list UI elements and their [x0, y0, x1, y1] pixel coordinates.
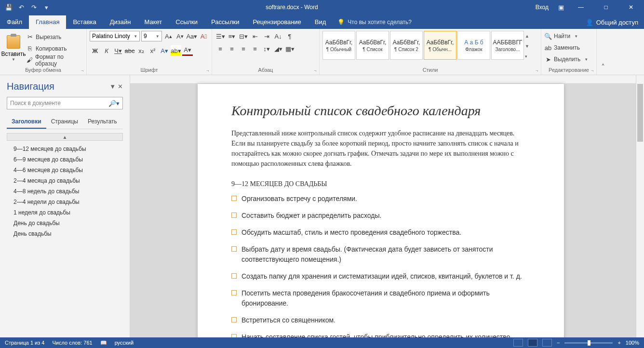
tab-view[interactable]: Вид [308, 15, 333, 29]
tab-references[interactable]: Ссылки [169, 15, 204, 29]
style-item[interactable]: АаБбВвГг,¶ Список [356, 31, 389, 60]
format-painter-button[interactable]: 🖌Формат по образцу [26, 55, 83, 66]
ribbon-display-icon[interactable]: ▣ [555, 1, 567, 13]
nav-heading-item[interactable]: 2—4 месяца до свадьбы [0, 175, 130, 186]
nav-dropdown-icon[interactable]: ▼ [109, 83, 116, 90]
bullets-button[interactable]: ☰▾ [215, 31, 226, 41]
style-item[interactable]: А а Б бФлажок [457, 31, 490, 60]
nav-close-icon[interactable]: ✕ [118, 83, 123, 90]
styles-more-button[interactable]: ▲▼▾ [525, 31, 533, 62]
shading-button[interactable]: ◢▾ [273, 43, 283, 54]
checkbox-icon[interactable] [231, 229, 237, 235]
clear-format-button[interactable]: A⃠ [199, 31, 209, 41]
checkbox-icon[interactable] [231, 213, 237, 218]
tab-file[interactable]: Файл [0, 15, 29, 29]
strike-button[interactable]: abc [124, 45, 135, 56]
tab-review[interactable]: Рецензирование [246, 15, 308, 29]
sort-button[interactable]: A↓ [273, 31, 283, 41]
nav-heading-item[interactable]: 1 неделя до свадьбы [0, 207, 130, 218]
find-button[interactable]: 🔍Найти▼ [544, 31, 593, 41]
nav-tab-headings[interactable]: Заголовки [7, 115, 46, 129]
close-button[interactable]: ✕ [620, 0, 642, 14]
align-left-button[interactable]: ≡ [215, 43, 226, 54]
nav-search-input[interactable]: Поиск в документе 🔎▾ [7, 97, 123, 109]
tab-home[interactable]: Главная [29, 15, 66, 29]
subscript-button[interactable]: x₂ [136, 45, 147, 56]
style-item[interactable]: АаБбВвГг,¶ Список 2 [390, 31, 423, 60]
page[interactable]: Контрольный список свадебного календаря … [198, 84, 564, 337]
nav-heading-item[interactable]: 6—9 месяцев до свадьбы [0, 154, 130, 165]
bold-button[interactable]: Ж [90, 45, 100, 56]
indent-increase-button[interactable]: ⇥ [261, 31, 272, 41]
align-center-button[interactable]: ≡ [227, 43, 237, 54]
multilevel-button[interactable]: ⊟▾ [238, 31, 249, 41]
nav-jump-top-button[interactable]: ▲ [7, 133, 123, 141]
page-status[interactable]: Страница 1 из 4 [5, 340, 44, 346]
nav-heading-item[interactable]: 2—4 недели до свадьбы [0, 197, 130, 207]
login-button[interactable]: Вход [532, 4, 552, 11]
checkbox-icon[interactable] [231, 290, 237, 295]
ruler[interactable] [130, 75, 644, 84]
shrink-font-button[interactable]: A▾ [175, 31, 185, 41]
replace-button[interactable]: abЗаменить [544, 42, 593, 53]
zoom-in-button[interactable]: + [617, 340, 620, 346]
save-icon[interactable]: 💾 [3, 1, 14, 13]
copy-button[interactable]: ⎘Копировать [26, 43, 83, 54]
read-mode-button[interactable] [513, 339, 523, 347]
select-button[interactable]: ➤Выделить▼ [544, 54, 593, 65]
vertical-scrollbar[interactable] [636, 75, 644, 337]
paste-button[interactable]: Вставить ▼ [3, 32, 24, 66]
web-layout-button[interactable] [542, 339, 552, 347]
nav-tab-results[interactable]: Результаты [83, 115, 117, 129]
line-spacing-button[interactable]: ↕▾ [261, 43, 272, 54]
superscript-button[interactable]: x² [148, 45, 158, 56]
tab-mailings[interactable]: Рассылки [204, 15, 246, 29]
change-case-button[interactable]: Aa▾ [187, 31, 197, 41]
minimize-button[interactable]: ― [570, 0, 592, 14]
tell-me-search[interactable]: 💡 Что вы хотите сделать? [333, 15, 416, 29]
checkbox-icon[interactable] [231, 334, 237, 337]
indent-decrease-button[interactable]: ⇤ [250, 31, 260, 41]
style-item[interactable]: ААББВВГГЗаголово... [491, 31, 524, 60]
qat-dropdown-icon[interactable]: ▾ [40, 1, 52, 13]
checkbox-icon[interactable] [231, 196, 237, 201]
justify-button[interactable]: ≡ [250, 43, 260, 54]
undo-icon[interactable]: ↶ [15, 1, 27, 13]
nav-heading-item[interactable]: День свадьбы [0, 228, 130, 239]
share-button[interactable]: 👤 Общий доступ [580, 15, 644, 29]
nav-heading-item[interactable]: День до свадьбы [0, 218, 130, 228]
zoom-out-button[interactable]: − [557, 340, 560, 346]
tab-design[interactable]: Дизайн [103, 15, 138, 29]
font-color-button[interactable]: A▾ [182, 45, 193, 56]
show-marks-button[interactable]: ¶ [284, 31, 295, 41]
grow-font-button[interactable]: A▴ [163, 31, 174, 41]
tab-layout[interactable]: Макет [137, 15, 169, 29]
font-size-select[interactable]: 9▼ [141, 31, 162, 41]
style-item[interactable]: АаБбВвГг,¶ Обычн... [424, 31, 456, 60]
align-right-button[interactable]: ≡ [238, 43, 249, 54]
maximize-button[interactable]: □ [595, 0, 617, 14]
print-layout-button[interactable] [528, 339, 537, 347]
redo-icon[interactable]: ↷ [28, 1, 40, 13]
nav-heading-item[interactable]: 4—8 недель до свадьбы [0, 186, 130, 197]
zoom-slider[interactable] [564, 342, 613, 344]
tab-insert[interactable]: Вставка [66, 15, 103, 29]
word-count[interactable]: Число слов: 761 [52, 340, 92, 346]
nav-heading-item[interactable]: 4—6 месяцев до свадьбы [0, 165, 130, 175]
underline-button[interactable]: Ч▾ [113, 45, 123, 56]
numbering-button[interactable]: ≡▾ [227, 31, 237, 41]
highlight-button[interactable]: ab▾ [171, 45, 181, 56]
style-item[interactable]: АаБбВвГг,¶ Обычный [322, 31, 355, 60]
proofing-icon[interactable]: 📖 [100, 340, 107, 346]
zoom-level[interactable]: 100% [626, 340, 639, 346]
nav-heading-item[interactable]: 9—12 месяцев до свадьбы [0, 144, 130, 154]
language-status[interactable]: русский [115, 340, 134, 346]
font-name-select[interactable]: Palatino Linoty▼ [90, 31, 140, 41]
cut-button[interactable]: ✂Вырезать [26, 32, 83, 42]
text-effects-button[interactable]: A▾ [159, 45, 170, 56]
borders-button[interactable]: ▦▾ [284, 43, 295, 54]
nav-tab-pages[interactable]: Страницы [46, 115, 83, 129]
checkbox-icon[interactable] [231, 317, 237, 322]
checkbox-icon[interactable] [231, 273, 237, 279]
collapse-ribbon-button[interactable]: ˄ [597, 29, 609, 75]
